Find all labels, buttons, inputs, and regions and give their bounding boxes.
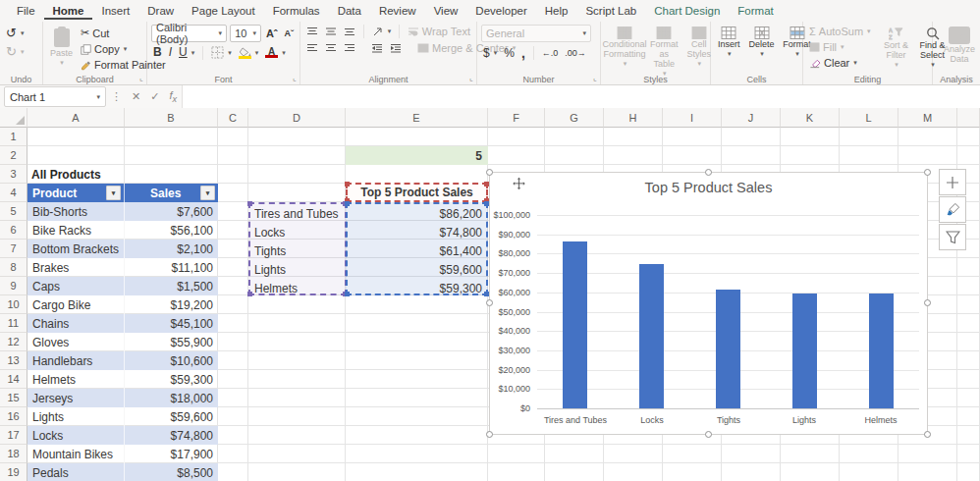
y-axis-tick-label[interactable]: $20,000	[487, 365, 530, 375]
insert-cells-button[interactable]: Insert▾	[715, 25, 743, 61]
sales-cell[interactable]: $59,300	[125, 370, 218, 389]
chart-filters-button[interactable]	[939, 224, 966, 250]
name-box[interactable]: Chart 1▾	[4, 86, 106, 107]
fill-color-button[interactable]: ▾	[237, 46, 261, 60]
chart-resize-handle-sw[interactable]	[486, 431, 493, 438]
y-axis-tick-label[interactable]: $0	[487, 403, 530, 413]
product-cell[interactable]: Jerseys	[27, 389, 125, 407]
italic-button[interactable]: I	[167, 46, 174, 59]
decrease-font-button[interactable]: Aˇ	[283, 27, 297, 39]
decrease-indent-button[interactable]	[369, 42, 385, 54]
row-header[interactable]: 7	[0, 240, 27, 258]
format-as-table-button[interactable]: Format as Table▾	[647, 25, 681, 80]
font-color-button[interactable]: A▾	[263, 46, 288, 59]
sort-filter-button[interactable]: AZ Sort & Filter▾	[880, 25, 913, 72]
font-dialog-launcher[interactable]: ⌞	[293, 75, 297, 82]
top5-sales-cell[interactable]: $86,200	[348, 204, 486, 223]
y-axis-tick-label[interactable]: $80,000	[487, 248, 530, 258]
borders-button[interactable]: ▾	[209, 45, 234, 60]
column-header[interactable]: B	[125, 108, 218, 128]
cell-styles-button[interactable]: Cell Styles▾	[684, 25, 715, 71]
chart-resize-handle-nw[interactable]	[486, 169, 493, 176]
column-header[interactable]: M	[898, 108, 957, 128]
row-header[interactable]: 5	[0, 202, 27, 221]
chart[interactable]: Top 5 Product Sales $0$10,000$20,000$30,…	[489, 172, 928, 435]
product-cell[interactable]: Handlebars	[27, 351, 125, 370]
product-cell[interactable]: Bib-Shorts	[27, 202, 125, 221]
row-header[interactable]: 4	[0, 184, 27, 202]
chart-resize-handle-se[interactable]	[924, 431, 931, 438]
increase-decimal-button[interactable]: ←.0	[540, 47, 561, 59]
fill-button[interactable]: Fill▾	[807, 40, 873, 54]
row-header[interactable]: 19	[0, 463, 27, 481]
clipboard-dialog-launcher[interactable]: ⌞	[139, 75, 143, 82]
product-cell[interactable]: Cargo Bike	[27, 295, 125, 314]
column-header[interactable]: G	[545, 108, 604, 128]
x-axis-category-label[interactable]: Lights	[766, 415, 843, 425]
sales-cell[interactable]: $2,100	[125, 240, 218, 258]
tab-script-lab[interactable]: Script Lab	[576, 2, 645, 21]
increase-font-button[interactable]: Aˆ	[264, 27, 280, 40]
top5-sales-cell[interactable]: $59,300	[348, 279, 486, 297]
product-cell[interactable]: Lights	[27, 407, 125, 426]
product-cell[interactable]: Pedals	[27, 463, 125, 481]
autosum-button[interactable]: ΣAutoSum▾	[807, 25, 873, 38]
row-header[interactable]: 6	[0, 221, 27, 240]
tab-formulas[interactable]: Formulas	[264, 2, 329, 21]
x-axis-category-label[interactable]: Tights	[690, 415, 767, 425]
bar[interactable]	[869, 294, 894, 408]
sales-cell[interactable]: $7,600	[125, 202, 218, 221]
bar[interactable]	[563, 241, 587, 408]
conditional-formatting-button[interactable]: Conditional Formatting▾	[605, 25, 644, 71]
wrap-text-button[interactable]: Wrap Text	[406, 25, 472, 38]
decrease-decimal-button[interactable]: .00→	[563, 47, 588, 59]
x-axis-category-label[interactable]: Helmets	[843, 415, 919, 425]
tab-draw[interactable]: Draw	[138, 2, 183, 21]
select-all-corner[interactable]	[0, 108, 27, 128]
sales-cell[interactable]: $17,900	[125, 445, 218, 463]
range-corner-handle[interactable]	[345, 292, 350, 296]
align-bottom-button[interactable]	[342, 26, 357, 37]
product-cell[interactable]: Mountain Bikes	[27, 445, 125, 463]
orientation-button[interactable]: ▾	[370, 26, 394, 38]
top5-value-range[interactable]: $86,200$74,800$61,400$59,600$59,300	[346, 202, 488, 295]
sales-cell[interactable]: $18,000	[125, 389, 218, 407]
row-header[interactable]: 9	[0, 277, 27, 295]
bar[interactable]	[792, 294, 817, 408]
column-header[interactable]	[957, 108, 980, 128]
product-cell[interactable]: Locks	[27, 426, 125, 445]
enter-icon[interactable]: ✓	[145, 90, 164, 103]
undo-button[interactable]: ↺▾	[4, 25, 26, 41]
top5-header-range[interactable]: Top 5 Product Sales	[346, 183, 488, 202]
top5-product-cell[interactable]: Tights	[250, 241, 345, 260]
sales-cell[interactable]: $10,600	[125, 351, 218, 370]
tab-data[interactable]: Data	[329, 2, 370, 21]
chart-resize-handle-w[interactable]	[486, 299, 493, 306]
column-header[interactable]: H	[604, 108, 663, 128]
column-header-product[interactable]: Product▾	[27, 184, 125, 202]
column-header[interactable]: D	[248, 108, 346, 128]
row-header[interactable]: 10	[0, 295, 27, 314]
top5-sales-cell[interactable]: $74,800	[348, 223, 486, 241]
align-right-button[interactable]	[342, 42, 357, 54]
number-dialog-launcher[interactable]: ⌞	[593, 75, 597, 82]
product-cell[interactable]: Brakes	[27, 258, 125, 277]
product-cell[interactable]: Helmets	[27, 370, 125, 389]
bar[interactable]	[716, 290, 740, 408]
top5-header-cell[interactable]: Top 5 Product Sales	[348, 185, 486, 200]
product-cell[interactable]: Gloves	[27, 333, 125, 351]
column-header[interactable]: L	[840, 108, 898, 128]
align-center-button[interactable]	[323, 42, 339, 54]
bold-button[interactable]: B	[151, 46, 164, 59]
tab-home[interactable]: Home	[44, 2, 93, 21]
row-header[interactable]: 8	[0, 258, 27, 277]
column-header[interactable]: K	[781, 108, 840, 128]
column-header[interactable]: F	[488, 108, 545, 128]
tab-file[interactable]: File	[8, 2, 44, 21]
top5-product-cell[interactable]: Locks	[250, 223, 345, 241]
tab-chart-design[interactable]: Chart Design	[645, 2, 729, 21]
align-top-button[interactable]	[304, 26, 320, 37]
sales-cell[interactable]: $1,500	[125, 277, 218, 295]
product-cell[interactable]: Caps	[27, 277, 125, 295]
product-cell[interactable]: Chains	[27, 314, 125, 333]
